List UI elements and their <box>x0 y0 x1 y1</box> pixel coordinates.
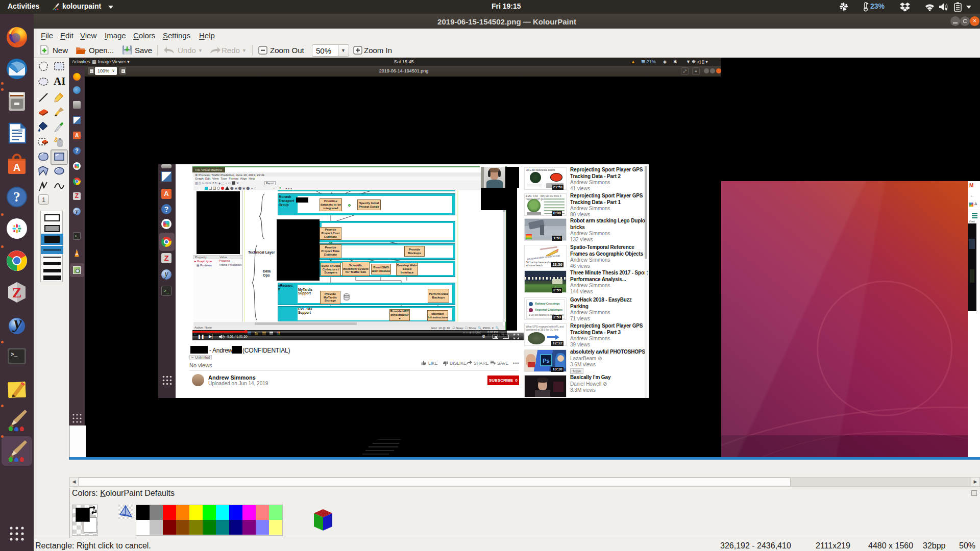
svg-text:A: A <box>13 162 20 173</box>
svg-text:>_: >_ <box>11 352 18 358</box>
svg-text:?: ? <box>13 189 20 205</box>
svg-text:Z: Z <box>12 285 22 300</box>
